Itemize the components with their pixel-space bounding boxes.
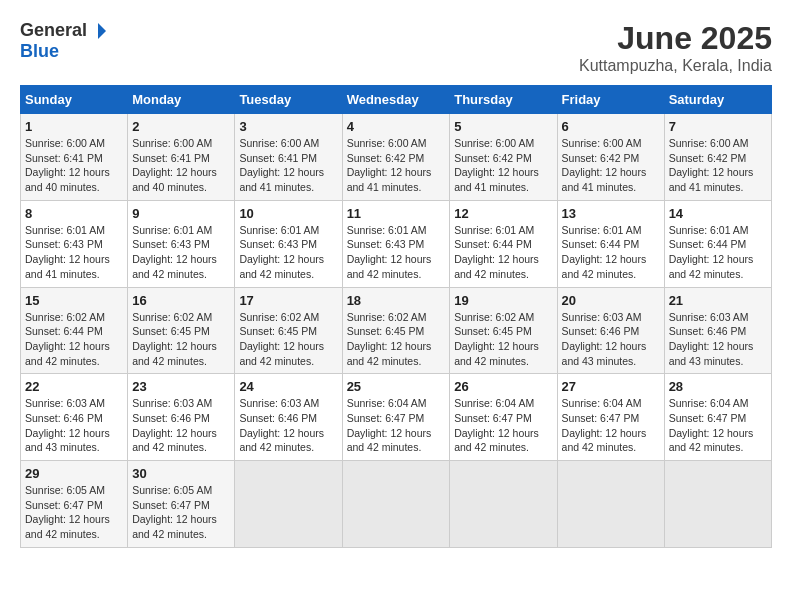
calendar-cell: 11Sunrise: 6:01 AMSunset: 6:43 PMDayligh…: [342, 200, 450, 287]
day-number: 29: [25, 466, 123, 481]
day-number: 16: [132, 293, 230, 308]
day-number: 18: [347, 293, 446, 308]
day-info: Sunrise: 6:00 AMSunset: 6:42 PMDaylight:…: [562, 136, 660, 195]
calendar-cell: [664, 461, 771, 548]
day-number: 26: [454, 379, 552, 394]
day-number: 6: [562, 119, 660, 134]
day-number: 30: [132, 466, 230, 481]
day-info: Sunrise: 6:00 AMSunset: 6:42 PMDaylight:…: [454, 136, 552, 195]
calendar-week-row: 15Sunrise: 6:02 AMSunset: 6:44 PMDayligh…: [21, 287, 772, 374]
day-info: Sunrise: 6:00 AMSunset: 6:41 PMDaylight:…: [132, 136, 230, 195]
weekday-header: Wednesday: [342, 86, 450, 114]
calendar-cell: 26Sunrise: 6:04 AMSunset: 6:47 PMDayligh…: [450, 374, 557, 461]
day-number: 22: [25, 379, 123, 394]
day-info: Sunrise: 6:01 AMSunset: 6:43 PMDaylight:…: [239, 223, 337, 282]
day-number: 11: [347, 206, 446, 221]
day-number: 4: [347, 119, 446, 134]
day-number: 9: [132, 206, 230, 221]
day-info: Sunrise: 6:01 AMSunset: 6:43 PMDaylight:…: [132, 223, 230, 282]
day-number: 3: [239, 119, 337, 134]
calendar-cell: 19Sunrise: 6:02 AMSunset: 6:45 PMDayligh…: [450, 287, 557, 374]
calendar-cell: 25Sunrise: 6:04 AMSunset: 6:47 PMDayligh…: [342, 374, 450, 461]
day-info: Sunrise: 6:03 AMSunset: 6:46 PMDaylight:…: [25, 396, 123, 455]
day-number: 10: [239, 206, 337, 221]
day-info: Sunrise: 6:04 AMSunset: 6:47 PMDaylight:…: [562, 396, 660, 455]
day-number: 27: [562, 379, 660, 394]
calendar-cell: 13Sunrise: 6:01 AMSunset: 6:44 PMDayligh…: [557, 200, 664, 287]
title-area: June 2025 Kuttampuzha, Kerala, India: [579, 20, 772, 75]
calendar-cell: [450, 461, 557, 548]
day-info: Sunrise: 6:04 AMSunset: 6:47 PMDaylight:…: [669, 396, 767, 455]
day-info: Sunrise: 6:02 AMSunset: 6:45 PMDaylight:…: [132, 310, 230, 369]
day-info: Sunrise: 6:02 AMSunset: 6:45 PMDaylight:…: [454, 310, 552, 369]
day-number: 2: [132, 119, 230, 134]
page-title: June 2025: [579, 20, 772, 57]
calendar-cell: 1Sunrise: 6:00 AMSunset: 6:41 PMDaylight…: [21, 114, 128, 201]
calendar-cell: 16Sunrise: 6:02 AMSunset: 6:45 PMDayligh…: [128, 287, 235, 374]
day-info: Sunrise: 6:01 AMSunset: 6:44 PMDaylight:…: [562, 223, 660, 282]
calendar-cell: 10Sunrise: 6:01 AMSunset: 6:43 PMDayligh…: [235, 200, 342, 287]
day-info: Sunrise: 6:03 AMSunset: 6:46 PMDaylight:…: [239, 396, 337, 455]
page-subtitle: Kuttampuzha, Kerala, India: [579, 57, 772, 75]
day-number: 1: [25, 119, 123, 134]
day-number: 17: [239, 293, 337, 308]
day-info: Sunrise: 6:01 AMSunset: 6:44 PMDaylight:…: [669, 223, 767, 282]
day-info: Sunrise: 6:03 AMSunset: 6:46 PMDaylight:…: [562, 310, 660, 369]
calendar-cell: 23Sunrise: 6:03 AMSunset: 6:46 PMDayligh…: [128, 374, 235, 461]
calendar-cell: 29Sunrise: 6:05 AMSunset: 6:47 PMDayligh…: [21, 461, 128, 548]
calendar-cell: 18Sunrise: 6:02 AMSunset: 6:45 PMDayligh…: [342, 287, 450, 374]
day-number: 5: [454, 119, 552, 134]
calendar-cell: 27Sunrise: 6:04 AMSunset: 6:47 PMDayligh…: [557, 374, 664, 461]
calendar-cell: 9Sunrise: 6:01 AMSunset: 6:43 PMDaylight…: [128, 200, 235, 287]
day-number: 24: [239, 379, 337, 394]
weekday-header: Friday: [557, 86, 664, 114]
day-info: Sunrise: 6:02 AMSunset: 6:44 PMDaylight:…: [25, 310, 123, 369]
calendar-table: SundayMondayTuesdayWednesdayThursdayFrid…: [20, 85, 772, 548]
calendar-cell: 22Sunrise: 6:03 AMSunset: 6:46 PMDayligh…: [21, 374, 128, 461]
weekday-header: Saturday: [664, 86, 771, 114]
day-info: Sunrise: 6:01 AMSunset: 6:43 PMDaylight:…: [347, 223, 446, 282]
day-info: Sunrise: 6:01 AMSunset: 6:43 PMDaylight:…: [25, 223, 123, 282]
calendar-cell: 3Sunrise: 6:00 AMSunset: 6:41 PMDaylight…: [235, 114, 342, 201]
calendar-cell: 30Sunrise: 6:05 AMSunset: 6:47 PMDayligh…: [128, 461, 235, 548]
day-number: 12: [454, 206, 552, 221]
logo-general: General: [20, 20, 87, 41]
calendar-cell: [235, 461, 342, 548]
weekday-header: Monday: [128, 86, 235, 114]
day-number: 14: [669, 206, 767, 221]
weekday-header: Tuesday: [235, 86, 342, 114]
calendar-cell: 8Sunrise: 6:01 AMSunset: 6:43 PMDaylight…: [21, 200, 128, 287]
logo-blue: Blue: [20, 41, 59, 62]
day-info: Sunrise: 6:00 AMSunset: 6:41 PMDaylight:…: [25, 136, 123, 195]
day-number: 8: [25, 206, 123, 221]
day-number: 28: [669, 379, 767, 394]
calendar-cell: [557, 461, 664, 548]
page-header: General Blue June 2025 Kuttampuzha, Kera…: [20, 20, 772, 75]
day-number: 20: [562, 293, 660, 308]
day-number: 25: [347, 379, 446, 394]
weekday-header: Thursday: [450, 86, 557, 114]
logo-flag-icon: [89, 22, 107, 40]
calendar-week-row: 29Sunrise: 6:05 AMSunset: 6:47 PMDayligh…: [21, 461, 772, 548]
day-info: Sunrise: 6:00 AMSunset: 6:42 PMDaylight:…: [669, 136, 767, 195]
calendar-cell: 2Sunrise: 6:00 AMSunset: 6:41 PMDaylight…: [128, 114, 235, 201]
day-info: Sunrise: 6:03 AMSunset: 6:46 PMDaylight:…: [669, 310, 767, 369]
day-number: 19: [454, 293, 552, 308]
calendar-cell: 14Sunrise: 6:01 AMSunset: 6:44 PMDayligh…: [664, 200, 771, 287]
calendar-cell: 6Sunrise: 6:00 AMSunset: 6:42 PMDaylight…: [557, 114, 664, 201]
calendar-week-row: 1Sunrise: 6:00 AMSunset: 6:41 PMDaylight…: [21, 114, 772, 201]
day-number: 21: [669, 293, 767, 308]
day-number: 15: [25, 293, 123, 308]
weekday-header: Sunday: [21, 86, 128, 114]
calendar-cell: 12Sunrise: 6:01 AMSunset: 6:44 PMDayligh…: [450, 200, 557, 287]
calendar-cell: 17Sunrise: 6:02 AMSunset: 6:45 PMDayligh…: [235, 287, 342, 374]
day-number: 13: [562, 206, 660, 221]
calendar-header-row: SundayMondayTuesdayWednesdayThursdayFrid…: [21, 86, 772, 114]
calendar-cell: [342, 461, 450, 548]
calendar-week-row: 22Sunrise: 6:03 AMSunset: 6:46 PMDayligh…: [21, 374, 772, 461]
day-info: Sunrise: 6:00 AMSunset: 6:41 PMDaylight:…: [239, 136, 337, 195]
day-info: Sunrise: 6:05 AMSunset: 6:47 PMDaylight:…: [132, 483, 230, 542]
logo: General Blue: [20, 20, 107, 62]
day-info: Sunrise: 6:00 AMSunset: 6:42 PMDaylight:…: [347, 136, 446, 195]
day-info: Sunrise: 6:02 AMSunset: 6:45 PMDaylight:…: [347, 310, 446, 369]
